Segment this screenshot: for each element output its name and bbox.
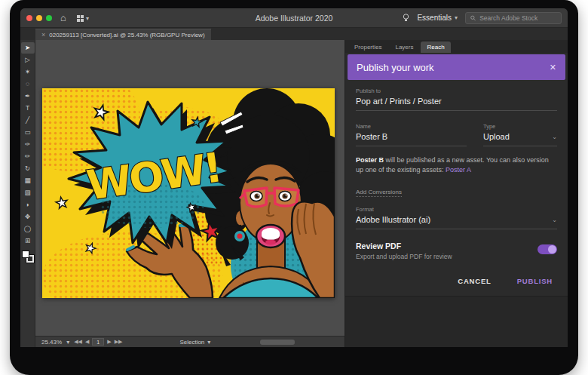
status-bar: 25.43% ▾ ◀◀ ◀ 1 ▶ ▶▶ Selection ▾	[35, 336, 345, 347]
chevron-down-icon: ⌄	[552, 217, 557, 223]
document-tab-bar: × 020259113 [Converted].ai @ 25.43% (RGB…	[20, 28, 568, 40]
tool-mesh[interactable]: ▦	[21, 175, 35, 186]
tab-layers[interactable]: Layers	[389, 41, 419, 53]
tool-zoom[interactable]: ◯	[21, 223, 35, 235]
status-chevron-icon[interactable]: ▾	[207, 339, 210, 346]
tool-hand[interactable]: ✥	[21, 211, 35, 223]
type-dropdown[interactable]: Upload ⌄	[483, 132, 557, 146]
cancel-button[interactable]: CANCEL	[458, 277, 491, 285]
lightbulb-icon[interactable]	[403, 14, 409, 23]
name-label: Name	[356, 123, 467, 130]
prev-artboard-button[interactable]: ◀	[85, 339, 89, 345]
title-bar: ⌂ ▾ Adobe Illustrator 2020 Essentials ▾	[20, 8, 568, 28]
tool-pencil[interactable]: ✏	[21, 151, 35, 162]
tools-panel: ➤ ▷ ✶ ◌ ✒ T ╱ ▭ ✑ ✏ ↻ ▦ ▨ ◗ ✥ ◯ ⊞	[20, 40, 35, 347]
tool-eyedropper[interactable]: ◗	[21, 199, 35, 211]
document-tab[interactable]: × 020259113 [Converted].ai @ 25.43% (RGB…	[35, 29, 211, 40]
fill-swatch[interactable]	[22, 251, 29, 258]
panel-empty-area	[345, 296, 568, 347]
panel-tab-bar: Properties Layers Reach	[345, 40, 568, 53]
publish-to-label: Publish to	[356, 88, 557, 94]
status-tool-label: Selection	[179, 339, 204, 346]
type-label: Type	[483, 123, 557, 130]
add-conversions-link[interactable]: Add Conversions	[356, 189, 402, 197]
publish-note: Poster B will be published as a new asse…	[356, 155, 557, 175]
tool-lasso[interactable]: ◌	[21, 78, 35, 90]
canvas-pasteboard[interactable]: WOW!	[35, 40, 345, 336]
chevron-down-icon: ⌄	[552, 134, 557, 140]
toggle-knob	[548, 245, 556, 254]
review-pdf-subtitle: Export and upload PDF for review	[356, 253, 452, 260]
name-field[interactable]: Poster B	[356, 132, 467, 146]
tool-gradient[interactable]: ▨	[21, 187, 35, 198]
tool-magic-wand[interactable]: ✶	[21, 66, 35, 78]
workspace-switcher[interactable]: Essentials ▾	[417, 14, 458, 22]
zoom-level[interactable]: 25.43%	[41, 339, 62, 346]
illustrator-window: ⌂ ▾ Adobe Illustrator 2020 Essentials ▾	[20, 8, 568, 347]
tool-line-segment[interactable]: ╱	[21, 115, 35, 126]
fill-stroke-swatches[interactable]	[22, 251, 34, 263]
open-mouth	[256, 225, 285, 247]
review-pdf-toggle[interactable]	[537, 244, 557, 254]
document-tab-label: 020259113 [Converted].ai @ 25.43% (RGB/G…	[49, 32, 204, 38]
first-artboard-button[interactable]: ◀◀	[74, 339, 82, 345]
search-icon	[470, 15, 476, 21]
publish-title: Publish your work	[357, 62, 434, 73]
home-icon[interactable]: ⌂	[58, 13, 69, 23]
fullscreen-window-button[interactable]	[46, 15, 52, 21]
window-controls	[26, 15, 52, 21]
tool-rotate[interactable]: ↻	[21, 163, 35, 174]
close-tab-icon[interactable]: ×	[41, 31, 45, 38]
next-artboard-button[interactable]: ▶	[107, 339, 111, 345]
horizontal-scrollbar[interactable]	[260, 340, 295, 345]
publish-to-field[interactable]: Pop art / Prints / Poster	[356, 97, 557, 111]
search-input[interactable]	[479, 14, 556, 22]
workspace-label: Essentials	[417, 14, 452, 22]
format-label: Format	[356, 206, 557, 213]
pop-art-artwork: WOW!	[42, 88, 335, 298]
right-panel: Properties Layers Reach Publish your wor…	[345, 40, 568, 347]
last-artboard-button[interactable]: ▶▶	[115, 339, 123, 345]
arrange-documents-icon[interactable]: ▾	[75, 14, 91, 22]
tool-pen[interactable]: ✒	[21, 91, 35, 102]
tool-rectangle[interactable]: ▭	[21, 127, 35, 138]
grid-icon	[77, 15, 84, 22]
publish-header: Publish your work ✕	[348, 54, 565, 80]
screenshot-stage: ⌂ ▾ Adobe Illustrator 2020 Essentials ▾	[0, 0, 588, 375]
publish-button[interactable]: PUBLISH	[517, 277, 553, 285]
zoom-chevron-icon[interactable]: ▾	[66, 339, 69, 346]
stock-search[interactable]	[465, 12, 562, 24]
chevron-down-icon: ▾	[455, 14, 458, 21]
tool-direct-selection[interactable]: ▷	[21, 54, 35, 66]
artboard-number-field[interactable]: 1	[92, 338, 104, 346]
artboard[interactable]: WOW!	[42, 88, 335, 298]
tab-reach[interactable]: Reach	[421, 41, 450, 53]
close-icon[interactable]: ✕	[550, 63, 556, 72]
format-dropdown[interactable]: Adobe Illustrator (ai) ⌄	[356, 215, 557, 229]
review-pdf-label: Review PDF	[356, 241, 452, 251]
tool-artboard[interactable]: ⊞	[21, 235, 35, 247]
tool-paintbrush[interactable]: ✑	[21, 139, 35, 150]
tool-selection[interactable]: ➤	[21, 42, 35, 54]
minimize-window-button[interactable]	[36, 15, 42, 21]
close-window-button[interactable]	[26, 15, 32, 21]
tab-properties[interactable]: Properties	[348, 41, 387, 53]
poster-a-link[interactable]: Poster A	[446, 166, 471, 174]
publish-form: Publish to Pop art / Prints / Poster Nam…	[345, 80, 568, 296]
tool-type[interactable]: T	[21, 103, 35, 114]
